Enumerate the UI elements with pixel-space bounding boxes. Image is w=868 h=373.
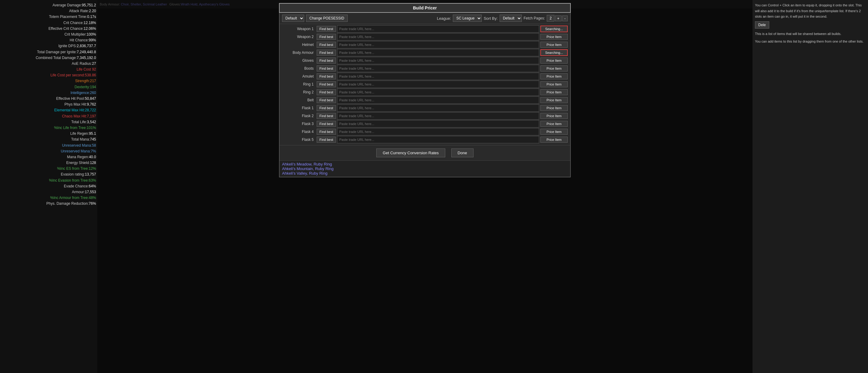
amulet-price-button[interactable]: Price Item [540, 73, 568, 79]
helmet-price-button[interactable]: Price Item [540, 42, 568, 48]
helmet-label: Helmet [282, 42, 315, 47]
item-row-ring1: Ring 1 Find best Price Item [282, 81, 568, 88]
league-label: League: [437, 16, 451, 21]
sort-by-label: Sort By: [484, 16, 498, 21]
modal-bottom-buttons: Get Currency Conversion Rates Done [280, 145, 570, 160]
item-row-flask4: Flask 4 Find best Price Item [282, 128, 568, 135]
flask2-price-button[interactable]: Price Item [540, 113, 568, 119]
flask1-label: Flask 1 [282, 106, 315, 110]
flask2-url-input[interactable] [337, 112, 539, 120]
weapon1-price-button[interactable]: Searching... [540, 26, 568, 32]
get-currency-button[interactable]: Get Currency Conversion Rates [376, 148, 445, 157]
weapon2-find-best-button[interactable]: Find best [317, 34, 336, 40]
weapon2-url-input[interactable] [337, 33, 539, 40]
sort-by-select[interactable]: Default [500, 15, 522, 22]
item-row-belt: Belt Find best Price Item [282, 96, 568, 104]
ring1-label: Ring 1 [282, 82, 315, 86]
ring1-url-input[interactable] [337, 81, 539, 88]
flask4-price-button[interactable]: Price Item [540, 129, 568, 135]
flask5-url-input[interactable] [337, 136, 539, 143]
body-armour-find-best-button[interactable]: Find best [317, 50, 336, 56]
item-row-boots: Boots Find best Price Item [282, 65, 568, 72]
item-row-flask3: Flask 3 Find best Price Item [282, 120, 568, 127]
belt-find-best-button[interactable]: Find best [317, 97, 336, 103]
done-button[interactable]: Done [451, 148, 473, 157]
left-stats-panel: Average Damage:95,751.2 Attack Rate:2.20… [0, 0, 97, 373]
amulet-label: Amulet [282, 74, 315, 79]
gloves-price-button[interactable]: Price Item [540, 58, 568, 64]
bottom-items-list: Ahkeli's Meadow, Ruby Ring Ahkeli's Moun… [280, 160, 570, 177]
fetch-pages-label: Fetch Pages: [524, 16, 545, 20]
weapon1-find-best-button[interactable]: Find best [317, 26, 336, 32]
default-select[interactable]: Default [282, 15, 304, 22]
list-item-ahkeli-valley[interactable]: Ahkeli's Valley, Ruby Ring [282, 171, 568, 176]
flask5-find-best-button[interactable]: Find best [317, 137, 336, 143]
amulet-find-best-button[interactable]: Find best [317, 73, 336, 79]
change-poesessid-button[interactable]: Change POESESSID [306, 15, 348, 22]
right-info-panel: You can Control + Click an item to equip… [752, 0, 868, 373]
boots-price-button[interactable]: Price Item [540, 65, 568, 71]
flask1-url-input[interactable] [337, 104, 539, 112]
body-armour-price-button[interactable]: Searching... [540, 49, 568, 56]
flask2-find-best-button[interactable]: Find best [317, 113, 336, 119]
fetch-pages-minus-button[interactable]: - [562, 16, 568, 21]
weapon1-label: Weapon 1 [282, 27, 315, 31]
gloves-url-input[interactable] [337, 57, 539, 64]
item-row-weapon2: Weapon 2 Find best Price Item [282, 33, 568, 40]
modal-controls-bar: Default Change POESESSID League: SC Leag… [280, 13, 570, 24]
item-row-flask2: Flask 2 Find best Price Item [282, 112, 568, 120]
flask4-url-input[interactable] [337, 128, 539, 135]
item-row-weapon1: Weapon 1 Find best Searching... [282, 25, 568, 33]
flask4-label: Flask 4 [282, 130, 315, 134]
boots-url-input[interactable] [337, 65, 539, 72]
build-pricer-modal: Build Pricer Default Change POESESSID Le… [279, 3, 571, 177]
right-panel-shared-list: This is a list of items that will be sha… [755, 31, 866, 37]
list-item-ahkeli-mountain[interactable]: Ahkeli's Mountain, Ruby Ring [282, 166, 568, 171]
stat-average-damage: Average Damage:95,751.2 [1, 2, 96, 8]
ring2-label: Ring 2 [282, 90, 315, 94]
right-panel-add-items: You can add items to this list by draggi… [755, 39, 866, 45]
flask4-find-best-button[interactable]: Find best [317, 129, 336, 135]
ring2-url-input[interactable] [337, 89, 539, 96]
belt-label: Belt [282, 98, 315, 102]
belt-price-button[interactable]: Price Item [540, 97, 568, 103]
item-row-body-armour: Body Armour Find best Searching... [282, 49, 568, 56]
belt-url-input[interactable] [337, 96, 539, 104]
fetch-pages-plus-button[interactable]: + [555, 16, 562, 21]
flask3-price-button[interactable]: Price Item [540, 121, 568, 127]
helmet-url-input[interactable] [337, 41, 539, 48]
list-item-ahkeli-meadow[interactable]: Ahkeli's Meadow, Ruby Ring [282, 162, 568, 166]
item-row-gloves: Gloves Find best Price Item [282, 57, 568, 64]
flask3-label: Flask 3 [282, 122, 315, 126]
flask3-find-best-button[interactable]: Find best [317, 121, 336, 127]
modal-overlay: Build Pricer Default Change POESESSID Le… [97, 0, 752, 373]
ring1-price-button[interactable]: Price Item [540, 81, 568, 87]
flask5-label: Flask 5 [282, 138, 315, 142]
amulet-url-input[interactable] [337, 73, 539, 80]
boots-find-best-button[interactable]: Find best [317, 65, 336, 71]
ring2-price-button[interactable]: Price Item [540, 89, 568, 95]
body-armour-url-input[interactable] [337, 49, 539, 56]
boots-label: Boots [282, 66, 315, 70]
ring2-find-best-button[interactable]: Find best [317, 89, 336, 95]
helmet-find-best-button[interactable]: Find best [317, 42, 336, 48]
league-select[interactable]: SC League [453, 15, 482, 22]
item-row-ring2: Ring 2 Find best Price Item [282, 89, 568, 96]
item-row-flask1: Flask 1 Find best Price Item [282, 104, 568, 112]
weapon2-label: Weapon 2 [282, 35, 315, 39]
delete-button[interactable]: Dele [755, 21, 769, 29]
flask1-find-best-button[interactable]: Find best [317, 105, 336, 111]
gloves-find-best-button[interactable]: Find best [317, 58, 336, 64]
flask3-url-input[interactable] [337, 120, 539, 127]
flask1-price-button[interactable]: Price Item [540, 105, 568, 111]
weapon1-url-input[interactable] [337, 25, 539, 33]
item-row-amulet: Amulet Find best Price Item [282, 73, 568, 80]
gloves-slot-label: Gloves [282, 58, 315, 63]
weapon2-price-button[interactable]: Price Item [540, 34, 568, 40]
items-grid: Weapon 1 Find best Searching... Weapon 2… [280, 24, 570, 145]
flask5-price-button[interactable]: Price Item [540, 137, 568, 143]
flask2-label: Flask 2 [282, 114, 315, 118]
right-panel-instruction: You can Control + Click an item to equip… [755, 2, 866, 20]
ring1-find-best-button[interactable]: Find best [317, 81, 336, 87]
fetch-pages-value: 2 [547, 15, 554, 22]
